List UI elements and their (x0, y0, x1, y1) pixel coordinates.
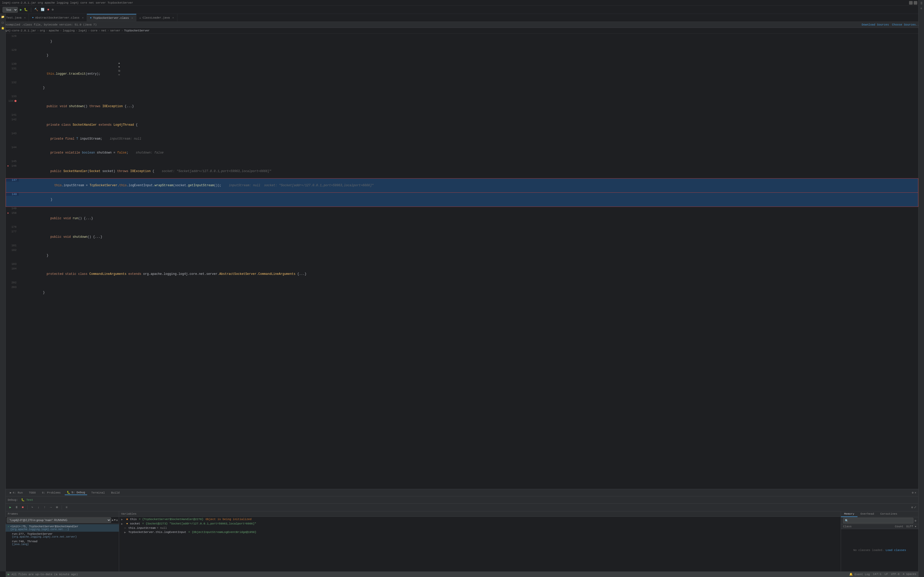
code-container[interactable]: 128 } 129 } (6, 34, 918, 489)
project-icon[interactable]: 📁 (0, 15, 5, 19)
toolbar-separator (31, 8, 31, 12)
var-expand-socket[interactable]: ▶ (121, 522, 124, 525)
frame-class-0: {org.apache.logging.log4j.core.net...} (10, 528, 78, 531)
tab-close-test[interactable]: ✕ (24, 16, 26, 19)
structure-icon[interactable]: 🗂 (0, 20, 5, 25)
settings-gear[interactable]: ⚙ (912, 491, 914, 494)
var-expand-this[interactable]: ▶ (121, 518, 124, 521)
load-classes-link[interactable]: Load classes (885, 549, 906, 552)
choose-sources-link[interactable]: Choose Sources... (892, 23, 921, 26)
var-expand-logi[interactable]: ▶ (124, 530, 128, 534)
tab-terminal[interactable]: Terminal (89, 491, 107, 495)
download-sources-link[interactable]: Download Sources (862, 23, 889, 26)
database-icon[interactable]: 🗄 (919, 1, 924, 6)
breakpoint-134[interactable] (15, 100, 16, 102)
stop-debug-btn[interactable]: ■ (20, 505, 25, 510)
var-item-socket[interactable]: ▶ ● socket = {Socket@2273} "Socket[addr=… (119, 522, 841, 526)
charset[interactable]: UTF-8 (891, 573, 900, 576)
sync-button[interactable]: 🔄 (40, 7, 45, 12)
frame-item-2[interactable]: run:748, Thread {java.lang} (6, 539, 119, 546)
tab-debug[interactable]: 🐛 5: Debug (65, 490, 87, 495)
close-panel[interactable]: ✕ (914, 491, 916, 494)
indent-setting[interactable]: 4 spaces (903, 573, 916, 576)
more-debug-btn[interactable]: ≡ (64, 505, 69, 510)
frame-content-1: run:277, TcpSocketServer {org.apache.log… (12, 532, 77, 538)
event-log-btn[interactable]: 🔔 Event Log (849, 573, 870, 576)
memory-tab-memory[interactable]: Memory (841, 511, 858, 517)
var-item-inputstream[interactable]: ∞ this.inputStream = null (119, 526, 841, 530)
code-line-143: 143 private final T inputStream; inputSt… (6, 132, 918, 146)
frames-up-btn[interactable]: ▲ (111, 519, 113, 522)
evaluate-btn[interactable]: ⊞ (54, 505, 60, 510)
breadcrumb-apache[interactable]: apache (49, 29, 59, 32)
breadcrumb-class[interactable]: TcpSocketServer (124, 29, 150, 32)
var-item-this[interactable]: ▶ ■ this = {TcpSocketServer$SocketHandle… (119, 517, 841, 522)
linenum-132: 132 (10, 81, 16, 84)
frame-item-1[interactable]: run:277, TcpSocketServer {org.apache.log… (6, 532, 119, 539)
breadcrumb-core[interactable]: core (91, 29, 97, 32)
frames-side-btn2[interactable]: ▼ (118, 66, 120, 69)
tab-close-tcp[interactable]: ✕ (131, 16, 133, 19)
debug-settings-btn[interactable]: ⚙ (911, 506, 913, 509)
debug-toolbar: ▶ ⏸ ■ ↷ ↓ ↑ → ⊞ ≡ ⚙ ⤢ (6, 504, 918, 511)
linecontent-131: this.logger.traceExit(entry); (19, 67, 918, 81)
frame-item-0[interactable]: ✓ <init>:75, TcpSocketServer$SocketHandl… (6, 524, 119, 532)
tab-problems[interactable]: 6: Problems (40, 491, 63, 495)
stop-button[interactable]: ■ (47, 8, 50, 12)
tab-classloader[interactable]: ☕ ClassLoader.java ✕ (136, 14, 178, 21)
memory-tab-overhead[interactable]: Overhead (858, 511, 877, 517)
step-over-btn[interactable]: ↷ (30, 505, 35, 510)
config-select[interactable]: Test (3, 7, 18, 13)
settings-button[interactable]: ⚙ (51, 7, 54, 12)
breadcrumb-jar[interactable]: log4j-core-2.8.1.jar (2, 29, 36, 32)
memory-tab-coroutines[interactable]: Coroutines (877, 511, 900, 517)
code-line-142: 142 private class SocketHandler extends … (6, 118, 918, 132)
left-sidebar: 📁 🗂 ⭐ (0, 13, 6, 571)
linenum-182: 182 (10, 248, 16, 251)
breadcrumb-net[interactable]: net (101, 29, 107, 32)
favorites-icon[interactable]: ⭐ (0, 26, 5, 31)
maximize-btn[interactable] (914, 1, 917, 5)
maven-icon[interactable]: m (919, 6, 924, 11)
frame-name-1: run:277, TcpSocketServer (12, 532, 77, 535)
tab-abstract-socket[interactable]: ● AbstractSocketServer.class ✕ (29, 14, 87, 21)
debug-button[interactable]: 🐛 (23, 7, 28, 12)
frames-label: Frames (8, 513, 18, 516)
debug-expand-btn[interactable]: ⤢ (914, 506, 916, 509)
status-run-icon: ▶ (8, 573, 10, 576)
linenum-181: 181 (10, 244, 16, 247)
tab-tcp-socket[interactable]: ● TcpSocketServer.class ✕ (87, 14, 136, 21)
frames-side-btn1[interactable]: ▲ (118, 62, 120, 64)
tab-todo[interactable]: TODO (27, 491, 38, 495)
run-config-dropdown[interactable]: Test (2, 6, 18, 13)
step-out-btn[interactable]: ↑ (42, 505, 47, 510)
tab-run[interactable]: ▶ 4: Run (8, 490, 25, 495)
breadcrumb-org[interactable]: org (40, 29, 45, 32)
run-button[interactable]: ▶ (20, 8, 22, 12)
code-line-146: ● 146 public SocketHandler(Socket socket… (6, 164, 918, 178)
pause-btn[interactable]: ⏸ (14, 505, 19, 510)
frames-side-btn3[interactable]: ⧉ (118, 69, 120, 73)
frames-down-btn[interactable]: ▼ (114, 519, 116, 522)
resume-btn[interactable]: ▶ (8, 505, 13, 510)
memory-search-input[interactable] (843, 518, 913, 524)
memory-settings-btn[interactable]: ⚙ (914, 519, 916, 522)
diff-sort-icon[interactable]: ▼ (915, 525, 916, 528)
debug-session-tab[interactable]: 🐛 Test (21, 498, 33, 501)
step-into-btn[interactable]: ↓ (36, 505, 41, 510)
breadcrumb-log4j[interactable]: log4j (78, 29, 87, 32)
var-name-this: this (130, 518, 137, 521)
thread-dropdown[interactable]: "Log4j2-0"@2,270 in group "main": RUNNIN… (7, 517, 111, 523)
run-to-cursor-btn[interactable]: → (48, 505, 53, 510)
debug-sep2 (61, 505, 62, 509)
linecontent-158: public void run() {...} (19, 211, 918, 226)
line-endings[interactable]: LF (885, 573, 888, 576)
linenum-128: 128 (10, 34, 16, 38)
tab-close-abstract[interactable]: ✕ (82, 16, 84, 19)
build-button[interactable]: 🔨 (34, 7, 39, 12)
tab-close-cl[interactable]: ✕ (173, 16, 174, 19)
frames-side-btn4[interactable]: ∞ (118, 73, 120, 76)
breadcrumb-logging[interactable]: logging (63, 29, 74, 32)
var-item-logeventinput[interactable]: ▶ TcpSocketServer.this.logEventInput = {… (119, 530, 841, 535)
minimize-btn[interactable] (909, 1, 913, 5)
